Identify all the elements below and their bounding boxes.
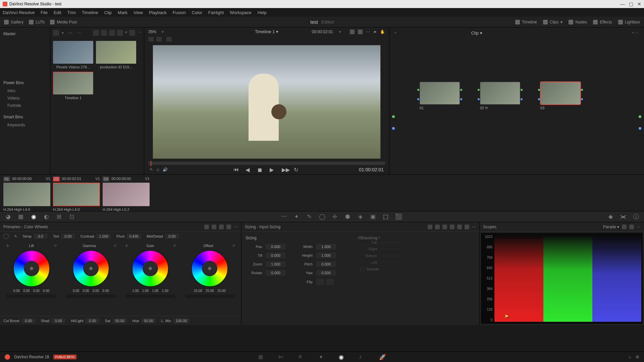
menu-fusion[interactable]: Fusion (173, 10, 186, 15)
mute-icon[interactable]: 🔊 (163, 167, 168, 172)
effects-toggle[interactable]: Effects (593, 20, 612, 24)
temp-value[interactable]: 0.0 (34, 234, 48, 239)
maximize-button[interactable]: ▢ (629, 1, 633, 7)
gamma-color-wheel[interactable] (72, 250, 109, 287)
menu-help[interactable]: Help (258, 10, 267, 15)
minimize-button[interactable]: — (620, 1, 625, 7)
menu-clip[interactable]: Clip (104, 10, 112, 15)
zoom-value[interactable]: 1.000 (266, 261, 286, 267)
pool-timeline[interactable]: Timeline 1 (53, 72, 93, 100)
graph-output-blue[interactable] (639, 127, 641, 130)
lmix-value[interactable]: 100.00 (173, 318, 190, 323)
reset-icon[interactable] (465, 225, 469, 229)
first-frame-button[interactable]: ⏮ (233, 167, 239, 173)
menu-workspace[interactable]: Workspace (230, 10, 252, 15)
pan-value[interactable]: 0.000 (266, 244, 286, 250)
color-page-icon[interactable]: ◉ (339, 354, 345, 360)
pool-list-icon[interactable] (109, 30, 115, 36)
edit-page-icon[interactable]: ≡ (299, 354, 305, 360)
smartbins-header[interactable]: Smart Bins (2, 113, 48, 121)
gain-color-wheel[interactable] (132, 250, 169, 287)
qualifier-icon[interactable]: ✎ (306, 214, 313, 220)
graph-input-green[interactable] (392, 115, 395, 118)
pool-strip-icon[interactable] (101, 30, 107, 36)
lift-master-track[interactable] (7, 295, 56, 298)
graph-input-blue[interactable] (392, 127, 395, 130)
clips-toggle[interactable]: Clips▾ (543, 20, 563, 24)
bars-mode-icon[interactable] (212, 225, 216, 229)
mediapool-toggle[interactable]: Media Pool (50, 20, 77, 24)
width-value[interactable]: 1.000 (316, 244, 336, 250)
scope-mode[interactable]: Parade ▾ (603, 225, 619, 229)
flip-h-button[interactable] (316, 279, 324, 285)
media-page-icon[interactable]: ⊞ (258, 354, 265, 360)
bin-keywords[interactable]: Keywords (2, 121, 48, 129)
timeline-clip[interactable]: 0100:00:00:00V1 H.264 High L4.0 (3, 177, 50, 209)
cut-page-icon[interactable]: ✄ (278, 354, 285, 360)
play-button[interactable]: ▶ (270, 167, 276, 173)
menu-edit[interactable]: Edit (54, 10, 61, 15)
pitch-value[interactable]: 0.000 (316, 261, 336, 267)
sizing-icon[interactable]: ⬚ (382, 214, 389, 220)
reset-lift-icon[interactable]: ↺ (54, 244, 57, 248)
sizing-ref-icon[interactable] (457, 225, 462, 229)
powerbins-header[interactable]: Power Bins (2, 78, 48, 87)
reset-gamma-icon[interactable]: ↺ (113, 244, 116, 248)
menu-trim[interactable]: Trim (67, 10, 76, 15)
menu-fairlight[interactable]: Fairlight (208, 10, 224, 15)
sort-icon[interactable] (129, 30, 135, 36)
wheels-icon[interactable]: ◉ (30, 214, 37, 220)
motion-icon[interactable]: ⊡ (68, 214, 75, 220)
bypass-icon[interactable] (350, 29, 355, 34)
reset-sizing-icon[interactable]: ↺ (357, 236, 361, 240)
highlight-icon[interactable] (148, 37, 154, 42)
menu-mark[interactable]: Mark (118, 10, 127, 15)
hilight-value[interactable]: 0.00 (86, 318, 100, 323)
next-frame-button[interactable]: ▶▶ (282, 167, 288, 173)
blank-top[interactable] (381, 241, 401, 243)
node-mode[interactable]: Clip ▾ (471, 31, 482, 36)
wand-icon[interactable] (166, 37, 172, 42)
offset-color-wheel[interactable] (191, 250, 228, 287)
pool-clip[interactable]: production ID 519... (96, 41, 136, 69)
gain-master-track[interactable] (126, 295, 175, 298)
timeline-toggle[interactable]: Timeline (515, 20, 537, 24)
viewer-source-timecode[interactable]: 00:00:02:01 (312, 29, 333, 34)
fairlight-page-icon[interactable]: ♪ (359, 354, 366, 360)
blur-icon[interactable]: ◈ (357, 214, 364, 220)
pivot-value[interactable]: 0.435 (126, 234, 141, 239)
menu-playback[interactable]: Playback (149, 10, 167, 15)
info-icon[interactable]: ⓘ (633, 214, 639, 220)
blank-right[interactable] (381, 248, 401, 250)
gamma-master-track[interactable] (66, 295, 115, 298)
graph-output-green[interactable] (639, 115, 641, 118)
timeline-clip-selected[interactable]: 0200:00:02:01V1 H.264 High L4.0 (53, 177, 100, 209)
keyframe-icon[interactable]: ◆ (607, 214, 614, 220)
blank-bottom[interactable] (381, 255, 401, 257)
record-timecode[interactable]: 01:00:02:01 (359, 167, 384, 172)
lift-color-wheel[interactable] (13, 250, 50, 287)
loop-button[interactable]: ↻ (294, 167, 300, 173)
timeline-clip[interactable]: 0300:00:00:00V1 H.264 High L5.2 (103, 177, 150, 209)
pool-clip[interactable]: Pexels Videos 278... (53, 41, 93, 69)
viewer-timeline-name[interactable]: Timeline 1 ▾ (255, 29, 278, 34)
rgb-mixer-icon[interactable]: ⊞ (56, 214, 62, 220)
middetail-value[interactable]: 0.00 (165, 234, 179, 239)
hue-value[interactable]: 50.00 (141, 318, 156, 323)
curves-tool-icon[interactable]: 〰 (280, 214, 287, 220)
gallery-toggle[interactable]: Gallery (4, 20, 23, 24)
hdr-icon[interactable]: ◐ (43, 214, 50, 220)
fusion-page-icon[interactable]: ✦ (319, 354, 325, 360)
corrector-node-selected[interactable]: 03 (540, 82, 584, 110)
pool-thumbnails-icon[interactable] (93, 30, 99, 36)
rotate-value[interactable]: 0.000 (266, 270, 286, 276)
3d-icon[interactable]: ⬛ (395, 214, 402, 220)
picker-icon[interactable]: ✎ (14, 234, 17, 239)
tint-value[interactable]: 0.00 (61, 234, 75, 239)
sizing-node-icon[interactable] (450, 225, 454, 229)
viewer-canvas[interactable] (153, 45, 381, 159)
viewer-scrubber[interactable] (148, 162, 385, 165)
reset-offset-icon[interactable]: ↺ (232, 244, 235, 248)
settings-icon[interactable]: ⚙ (636, 355, 639, 359)
menu-color[interactable]: Color (192, 10, 202, 15)
